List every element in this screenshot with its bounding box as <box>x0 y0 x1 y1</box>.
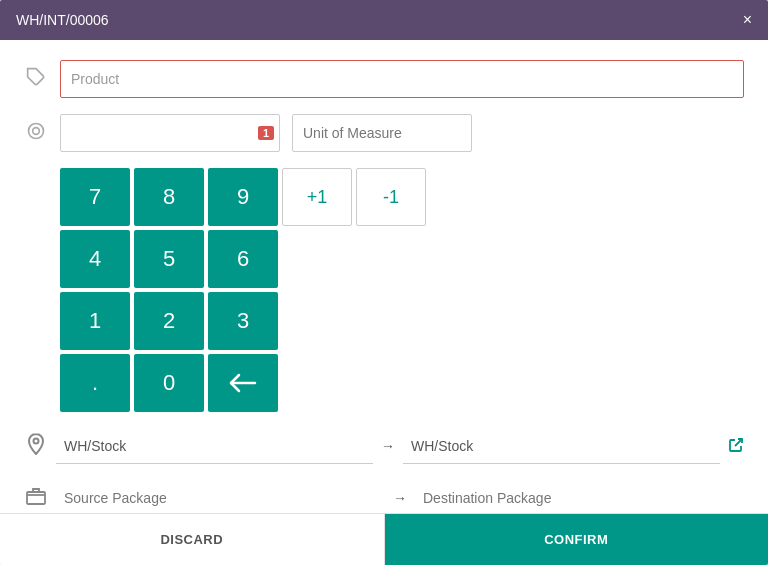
package-icon <box>24 487 48 510</box>
numpad-dot[interactable]: . <box>60 354 130 412</box>
location-row: → <box>24 428 744 464</box>
product-input[interactable] <box>60 60 744 98</box>
numpad-backspace[interactable] <box>208 354 278 412</box>
numpad-9[interactable]: 9 <box>208 168 278 226</box>
svg-rect-6 <box>27 492 45 504</box>
numpad-2[interactable]: 2 <box>134 292 204 350</box>
numpad-1[interactable]: 1 <box>60 292 130 350</box>
destination-package-input[interactable] <box>415 480 744 513</box>
external-link-icon[interactable] <box>728 437 744 456</box>
numpad-minus1[interactable]: -1 <box>356 168 426 226</box>
numpad-plus1[interactable]: +1 <box>282 168 352 226</box>
quantity-icon <box>24 121 48 146</box>
numpad-row-4: . 0 <box>60 354 744 412</box>
modal-footer: DISCARD CONFIRM <box>0 513 768 565</box>
numpad-row-2: 4 5 6 <box>60 230 744 288</box>
numpad-8[interactable]: 8 <box>134 168 204 226</box>
modal-header: WH/INT/00006 × <box>0 0 768 40</box>
numpad-row-3: 1 2 3 <box>60 292 744 350</box>
destination-location-input[interactable] <box>403 428 720 464</box>
numpad-row-1: 7 8 9 +1 -1 <box>60 168 744 226</box>
svg-point-4 <box>34 438 39 443</box>
package-arrow-icon: → <box>393 490 407 506</box>
numpad-5[interactable]: 5 <box>134 230 204 288</box>
numpad-7[interactable]: 7 <box>60 168 130 226</box>
confirm-button[interactable]: CONFIRM <box>385 514 769 565</box>
quantity-input[interactable] <box>60 114 280 152</box>
svg-point-2 <box>33 127 40 134</box>
product-tag-icon <box>24 67 48 92</box>
qty-input-wrap: 1 <box>60 114 280 152</box>
numpad-4[interactable]: 4 <box>60 230 130 288</box>
location-arrow-icon: → <box>381 438 395 454</box>
discard-button[interactable]: DISCARD <box>0 514 385 565</box>
numpad-0[interactable]: 0 <box>134 354 204 412</box>
modal-body: 1 7 8 9 +1 -1 4 5 6 1 2 3 <box>0 40 768 513</box>
package-row: → <box>24 480 744 513</box>
uom-input[interactable] <box>292 114 472 152</box>
numpad: 7 8 9 +1 -1 4 5 6 1 2 3 . 0 <box>60 168 744 412</box>
product-row <box>24 60 744 98</box>
location-pin-icon <box>24 433 48 460</box>
svg-line-5 <box>735 439 742 446</box>
modal-title: WH/INT/00006 <box>16 12 109 28</box>
close-button[interactable]: × <box>743 12 752 28</box>
source-location-input[interactable] <box>56 428 373 464</box>
modal-container: WH/INT/00006 × 1 <box>0 0 768 565</box>
quantity-row: 1 <box>24 114 744 152</box>
numpad-3[interactable]: 3 <box>208 292 278 350</box>
numpad-6[interactable]: 6 <box>208 230 278 288</box>
svg-point-1 <box>29 123 44 138</box>
qty-badge: 1 <box>258 126 274 140</box>
source-package-input[interactable] <box>56 480 385 513</box>
